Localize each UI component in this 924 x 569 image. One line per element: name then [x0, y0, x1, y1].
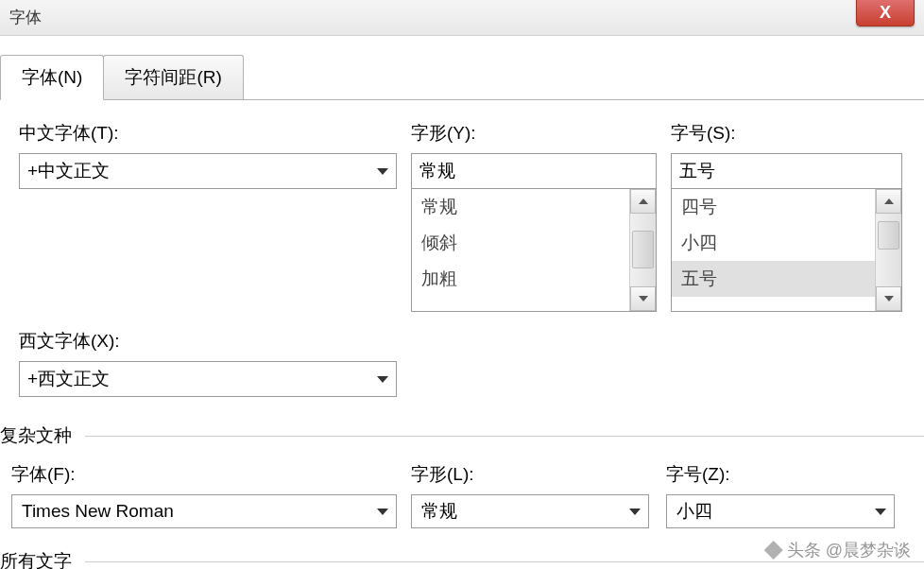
- font-size-listbox[interactable]: 四号 小四 五号: [671, 189, 902, 312]
- tab-spacing[interactable]: 字符间距(R): [103, 55, 243, 99]
- chinese-font-dropdown-button[interactable]: [369, 154, 396, 188]
- dropdown-button[interactable]: [867, 509, 894, 515]
- scroll-up-button[interactable]: [630, 189, 656, 214]
- window-title: 字体: [9, 7, 42, 28]
- chinese-font-label: 中文字体(T):: [19, 121, 397, 146]
- font-size-label: 字号(S):: [671, 121, 902, 146]
- scroll-track[interactable]: [630, 214, 656, 286]
- scroll-down-button[interactable]: [876, 286, 901, 311]
- chevron-down-icon: [884, 296, 894, 302]
- western-font-input[interactable]: [20, 362, 369, 396]
- scroll-track[interactable]: [876, 214, 901, 286]
- scroll-down-button[interactable]: [630, 286, 656, 311]
- close-button[interactable]: X: [856, 0, 915, 26]
- font-style-input[interactable]: [412, 154, 656, 188]
- list-item[interactable]: 加粗: [412, 261, 629, 297]
- complex-script-group-title: 复杂文种: [0, 423, 924, 448]
- complex-font-value: Times New Roman: [12, 501, 369, 522]
- font-style-combo[interactable]: [411, 153, 657, 189]
- dropdown-button[interactable]: [622, 509, 648, 515]
- chinese-font-input[interactable]: [20, 154, 369, 188]
- chevron-down-icon: [377, 168, 388, 175]
- western-font-dropdown-button[interactable]: [369, 362, 396, 396]
- font-style-label: 字形(Y):: [411, 121, 657, 146]
- complex-font-dropdown[interactable]: Times New Roman: [11, 494, 397, 528]
- complex-style-label: 字形(L):: [411, 462, 649, 487]
- list-item[interactable]: 倾斜: [412, 225, 629, 261]
- complex-style-dropdown[interactable]: 常规: [411, 494, 649, 528]
- tab-font[interactable]: 字体(N): [0, 55, 104, 100]
- chevron-down-icon: [377, 509, 388, 515]
- complex-style-value: 常规: [412, 499, 622, 524]
- font-size-input[interactable]: [672, 154, 911, 188]
- chinese-font-combo[interactable]: [19, 153, 397, 189]
- titlebar: 字体 X: [0, 0, 924, 36]
- chevron-down-icon: [377, 376, 388, 383]
- western-font-label: 西文字体(X):: [19, 329, 397, 353]
- complex-size-value: 小四: [667, 499, 867, 524]
- watermark: 头条 @晨梦杂谈: [764, 539, 911, 561]
- chevron-up-icon: [639, 198, 648, 204]
- chevron-up-icon: [884, 198, 894, 204]
- tab-strip: 字体(N) 字符间距(R): [0, 55, 924, 100]
- scrollbar[interactable]: [875, 189, 901, 311]
- list-item[interactable]: 常规: [412, 189, 629, 225]
- scroll-up-button[interactable]: [876, 189, 901, 214]
- list-item[interactable]: 小四: [672, 225, 875, 261]
- close-icon: X: [880, 3, 891, 23]
- watermark-icon: [764, 541, 783, 560]
- font-size-combo[interactable]: [671, 153, 902, 189]
- complex-size-label: 字号(Z):: [666, 462, 895, 487]
- dropdown-button[interactable]: [369, 509, 396, 515]
- chevron-down-icon: [875, 509, 886, 515]
- complex-font-label: 字体(F):: [11, 462, 397, 487]
- western-font-combo[interactable]: [19, 361, 397, 397]
- scrollbar[interactable]: [629, 189, 656, 311]
- font-style-listbox[interactable]: 常规 倾斜 加粗: [411, 189, 657, 312]
- chevron-down-icon: [639, 296, 648, 302]
- list-item[interactable]: 四号: [672, 189, 875, 225]
- scroll-thumb[interactable]: [878, 221, 899, 250]
- list-item[interactable]: 五号: [672, 261, 875, 297]
- chevron-down-icon: [629, 509, 641, 515]
- watermark-text: 头条 @晨梦杂谈: [787, 539, 911, 561]
- complex-size-dropdown[interactable]: 小四: [666, 494, 895, 528]
- scroll-thumb[interactable]: [632, 231, 654, 268]
